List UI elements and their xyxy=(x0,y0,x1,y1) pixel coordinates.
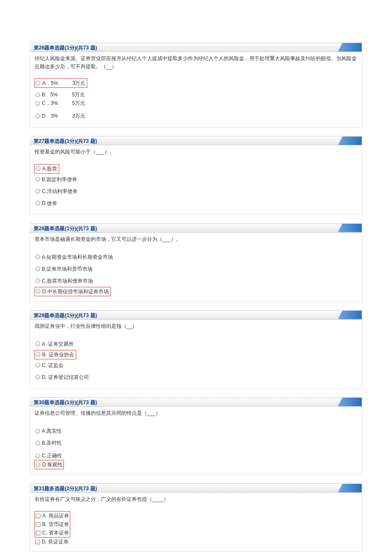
options-list: A.真实性B.及时性C.正确性D.客观性 xyxy=(30,421,362,474)
option-item[interactable]: D.中长期信贷市场和证券市场 xyxy=(35,287,111,296)
option-item[interactable]: B.证券市场和货币市场 xyxy=(35,263,357,275)
option-item[interactable]: D．3% 3万元 xyxy=(35,110,357,122)
option-label: B. 证券业协会 xyxy=(42,351,74,358)
option-item[interactable]: B.固定利率债券 xyxy=(35,173,357,185)
option-item[interactable]: B. 证券业协会 xyxy=(35,350,76,359)
header-stripe-icon xyxy=(332,398,362,406)
option-item[interactable]: A.股票 xyxy=(35,164,59,173)
highlighted-group: A. 商品证券B. 货币证券C. 资本证券 xyxy=(35,511,70,538)
option-label: D.债券 xyxy=(42,199,57,207)
radio-icon[interactable] xyxy=(36,81,40,86)
radio-icon[interactable] xyxy=(35,114,40,119)
question-header-text: 第26题单选题(1分)(共73 题) xyxy=(34,45,97,51)
option-item[interactable]: C. 证监会 xyxy=(35,359,357,371)
radio-icon[interactable] xyxy=(35,441,40,445)
option-item[interactable]: C. 资本证券 xyxy=(35,529,70,537)
option-label: B．5% 5万元 xyxy=(42,91,85,98)
radio-icon[interactable] xyxy=(35,201,40,205)
header-stripe-icon xyxy=(332,484,362,492)
checkbox-icon[interactable] xyxy=(36,514,40,518)
option-item[interactable]: C.股票市场和债券市场 xyxy=(35,275,357,287)
checkbox-icon[interactable] xyxy=(35,540,40,544)
question-header: 第31题多选题(2分)(共73 题) xyxy=(30,483,362,493)
option-item[interactable]: A.短期资金市场和长期资金市场 xyxy=(35,251,357,263)
option-label: D. 证券登记结算公司 xyxy=(42,373,89,381)
question-header-text: 第27题单选题(1分)(共73 题) xyxy=(34,138,97,144)
header-stripe-icon xyxy=(332,311,362,319)
options-list: A. 证券交易所B. 证券业协会C. 证监会D. 证券登记结算公司 xyxy=(30,334,362,388)
radio-icon[interactable] xyxy=(35,177,40,182)
question-text: 我国证券业中，行业性自律性组织是指（__） xyxy=(30,320,362,334)
question-header-text: 第31题多选题(2分)(共73 题) xyxy=(34,486,97,491)
question-header-text: 第28题单选题(1分)(共73 题) xyxy=(34,225,97,231)
checkbox-icon[interactable] xyxy=(36,531,40,535)
radio-icon[interactable] xyxy=(35,429,40,434)
option-item[interactable]: C．3% 5万元 xyxy=(35,99,357,107)
option-label: A.短期资金市场和长期资金市场 xyxy=(42,253,113,261)
question-header-text: 第30题单选题(1分)(共73 题) xyxy=(34,399,97,405)
options-list: A.短期资金市场和长期资金市场B.证券市场和货币市场C.股票市场和债券市场D.中… xyxy=(30,247,362,301)
question-header: 第28题单选题(1分)(共73 题) xyxy=(30,223,362,233)
question-text: 资本市场是融通长期资金的市场，它又可以进一步分为（___）。 xyxy=(30,233,362,247)
radio-icon[interactable] xyxy=(35,254,40,259)
question-block: 第28题单选题(1分)(共73 题)资本市场是融通长期资金的市场，它又可以进一步… xyxy=(30,223,362,302)
option-item[interactable]: A.真实性 xyxy=(35,425,357,437)
radio-icon[interactable] xyxy=(35,266,40,271)
option-label: D.客观性 xyxy=(42,461,63,468)
radio-icon[interactable] xyxy=(35,375,40,379)
question-text: 经纪人风险金来源。证券营业部应按月从经纪人个人提成中提取多少作为经纪人个人的风险… xyxy=(30,52,362,74)
radio-icon[interactable] xyxy=(35,454,40,458)
option-label: B. 货币证券 xyxy=(42,520,69,528)
radio-icon[interactable] xyxy=(35,278,40,283)
option-item[interactable]: D.客观性 xyxy=(35,460,64,469)
question-block: 第26题单选题(1分)(共73 题)经纪人风险金来源。证券营业部应按月从经纪人个… xyxy=(30,43,362,127)
exam-container: 第26题单选题(1分)(共73 题)经纪人风险金来源。证券营业部应按月从经纪人个… xyxy=(30,43,362,552)
option-item[interactable]: D. 证券登记结算公司 xyxy=(35,371,357,383)
option-item[interactable]: D. 凭证证券 xyxy=(35,538,357,546)
checkbox-icon[interactable] xyxy=(36,522,40,527)
radio-icon[interactable] xyxy=(35,101,40,106)
option-item[interactable]: D.债券 xyxy=(35,197,357,209)
radio-icon[interactable] xyxy=(35,189,40,194)
option-item[interactable]: B．5% 5万元 xyxy=(35,90,357,99)
question-header: 第29题单选题(1分)(共73 题) xyxy=(30,310,362,320)
header-stripe-icon xyxy=(332,136,362,145)
header-stripe-icon xyxy=(332,224,362,232)
question-header: 第30题单选题(1分)(共73 题) xyxy=(30,397,362,407)
option-label: C. 证监会 xyxy=(42,361,63,369)
options-list: A.股票B.固定利率债券C.浮动利率债券D.债券 xyxy=(30,160,362,214)
question-header: 第26题单选题(1分)(共73 题) xyxy=(30,43,362,52)
option-item[interactable]: A. 证券交易所 xyxy=(35,338,357,350)
radio-icon[interactable] xyxy=(36,166,40,171)
option-label: C.正确性 xyxy=(42,452,62,460)
header-stripe-icon xyxy=(332,43,362,52)
option-item[interactable]: C.浮动利率债券 xyxy=(35,185,357,197)
option-label: C.浮动利率债券 xyxy=(42,188,78,195)
question-text: 投资基金的风险可能小于（___）。 xyxy=(30,145,362,159)
question-block: 第29题单选题(1分)(共73 题)我国证券业中，行业性自律性组织是指（__）A… xyxy=(30,310,362,389)
options-list: A. 商品证券B. 货币证券C. 资本证券D. 凭证证券 xyxy=(30,507,362,551)
radio-icon[interactable] xyxy=(36,352,40,357)
option-label: D.中长期信贷市场和证券市场 xyxy=(42,288,109,295)
option-label: C.股票市场和债券市场 xyxy=(42,277,93,285)
option-item[interactable]: B.及时性 xyxy=(35,437,357,449)
option-label: C．3% 5万元 xyxy=(42,99,85,107)
radio-icon[interactable] xyxy=(35,341,40,346)
radio-icon[interactable] xyxy=(36,289,40,294)
question-block: 第27题单选题(1分)(共73 题)投资基金的风险可能小于（___）。A.股票B… xyxy=(30,136,362,214)
radio-icon[interactable] xyxy=(36,462,40,467)
option-label: C. 资本证券 xyxy=(42,529,69,537)
question-header-text: 第29题单选题(1分)(共73 题) xyxy=(34,312,97,318)
question-block: 第31题多选题(2分)(共73 题)有价证券有广义与狭义之分，广义的有价证券包括… xyxy=(30,483,362,552)
option-label: A．5% 3万元 xyxy=(42,79,85,87)
option-item[interactable]: A．5% 3万元 xyxy=(35,78,87,88)
radio-icon[interactable] xyxy=(35,363,40,367)
option-item[interactable]: B. 货币证券 xyxy=(35,520,70,529)
option-label: A.真实性 xyxy=(42,427,62,435)
radio-icon[interactable] xyxy=(35,92,40,97)
option-item[interactable]: C.正确性 xyxy=(35,451,357,460)
question-text: 有价证券有广义与狭义之分，广义的有价证券包括（____） xyxy=(30,493,362,507)
question-header: 第27题单选题(1分)(共73 题) xyxy=(30,136,362,145)
option-item[interactable]: A. 商品证券 xyxy=(35,512,70,520)
question-block: 第30题单选题(1分)(共73 题)证券信息公司管理、传播的信息其共同的特点是（… xyxy=(30,397,362,475)
